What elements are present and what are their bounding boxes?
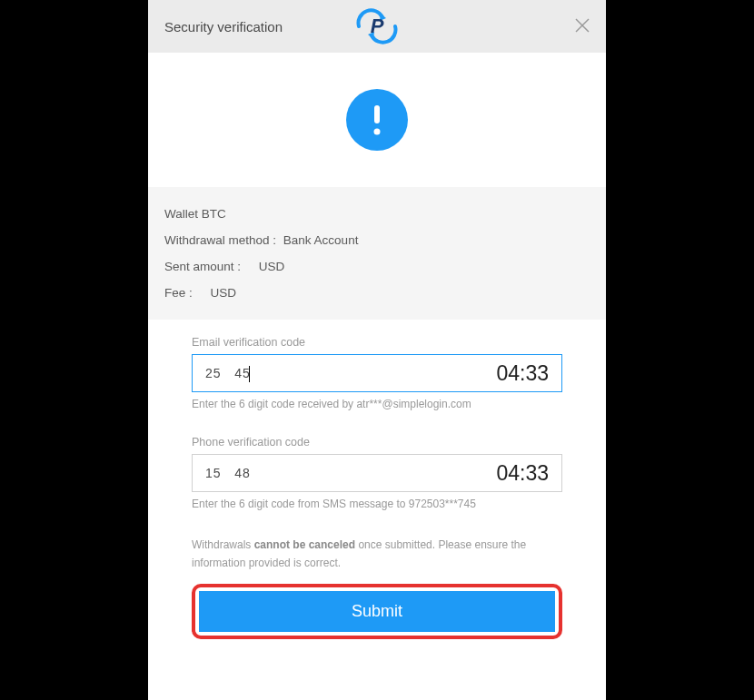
close-icon[interactable] [575, 17, 590, 35]
method-line: Withdrawal method : Bank Account [164, 233, 590, 247]
modal-title: Security verification [164, 19, 283, 35]
svg-point-6 [374, 129, 381, 135]
wallet-line: Wallet BTC [164, 207, 590, 221]
email-code-input-wrapper[interactable]: 04:33 [192, 354, 562, 392]
email-code-field: Email verification code 04:33 Enter the … [192, 336, 562, 410]
fee-label: Fee : [164, 286, 193, 300]
submit-button[interactable]: Submit [199, 591, 555, 632]
svg-rect-5 [374, 105, 380, 123]
text-cursor [249, 366, 250, 382]
transaction-details: Wallet BTC Withdrawal method : Bank Acco… [148, 187, 606, 320]
amount-label: Sent amount : [164, 260, 241, 273]
security-verification-modal: Security verification P [148, 0, 606, 700]
alert-icon-container [148, 53, 606, 187]
brand-logo: P [350, 8, 404, 44]
email-code-helper: Enter the 6 digit code received by atr**… [192, 398, 562, 410]
warning-prefix: Withdrawals [192, 538, 254, 551]
method-label: Withdrawal method : [164, 233, 276, 247]
method-value: Bank Account [283, 233, 359, 247]
amount-currency: USD [259, 260, 285, 273]
warning-text: Withdrawals cannot be canceled once subm… [192, 536, 562, 573]
phone-code-input-wrapper[interactable]: 04:33 [192, 454, 562, 492]
phone-code-timer: 04:33 [496, 461, 549, 486]
alert-icon [346, 89, 408, 151]
svg-text:P: P [371, 15, 384, 37]
phone-code-label: Phone verification code [192, 436, 562, 449]
submit-highlight: Submit [192, 584, 562, 639]
fee-line: Fee : USD [164, 286, 590, 300]
email-code-label: Email verification code [192, 336, 562, 349]
fee-currency: USD [211, 286, 237, 300]
phone-code-field: Phone verification code 04:33 Enter the … [192, 436, 562, 510]
email-code-timer: 04:33 [496, 361, 549, 386]
warning-bold: cannot be canceled [254, 538, 355, 551]
modal-header: Security verification P [148, 0, 606, 53]
phone-code-input[interactable] [205, 466, 496, 480]
verification-form: Email verification code 04:33 Enter the … [148, 320, 606, 639]
modal-body: Wallet BTC Withdrawal method : Bank Acco… [148, 53, 606, 700]
amount-line: Sent amount : USD [164, 260, 590, 273]
phone-code-helper: Enter the 6 digit code from SMS message … [192, 498, 562, 510]
